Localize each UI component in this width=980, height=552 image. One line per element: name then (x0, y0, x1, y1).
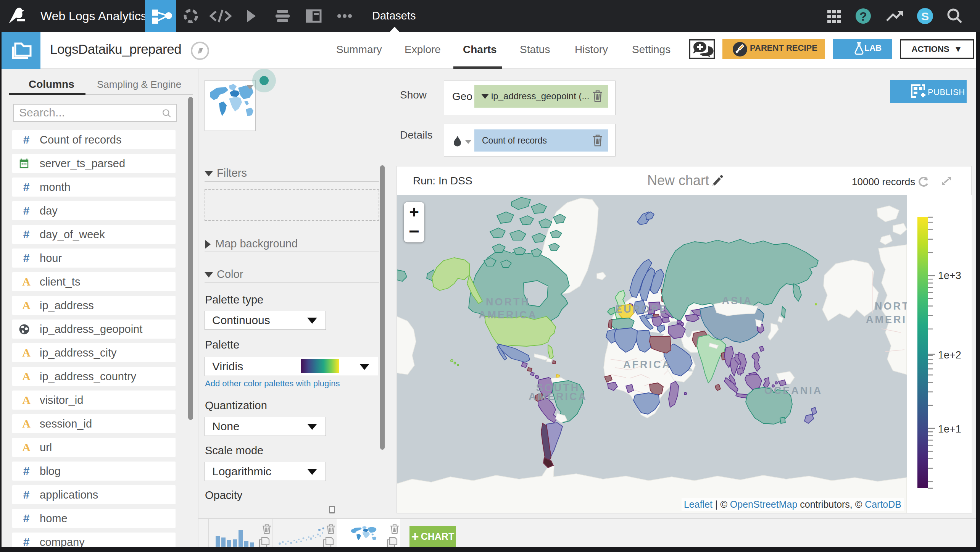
svg-text:AMERICA: AMERICA (479, 309, 537, 321)
svg-text:S: S (921, 10, 929, 23)
svg-text:AMERICA: AMERICA (866, 314, 907, 325)
svg-text:AFRICA: AFRICA (623, 359, 671, 370)
svg-text:NORTH: NORTH (875, 300, 907, 312)
svg-text:AMERICA: AMERICA (529, 391, 587, 402)
svg-text:NORTH: NORTH (486, 296, 530, 308)
svg-text:?: ? (859, 10, 867, 23)
svg-text:OCEANIA: OCEANIA (764, 385, 823, 396)
svg-text:EUROPE: EUROPE (615, 303, 668, 315)
svg-text:ASIA: ASIA (722, 295, 753, 307)
